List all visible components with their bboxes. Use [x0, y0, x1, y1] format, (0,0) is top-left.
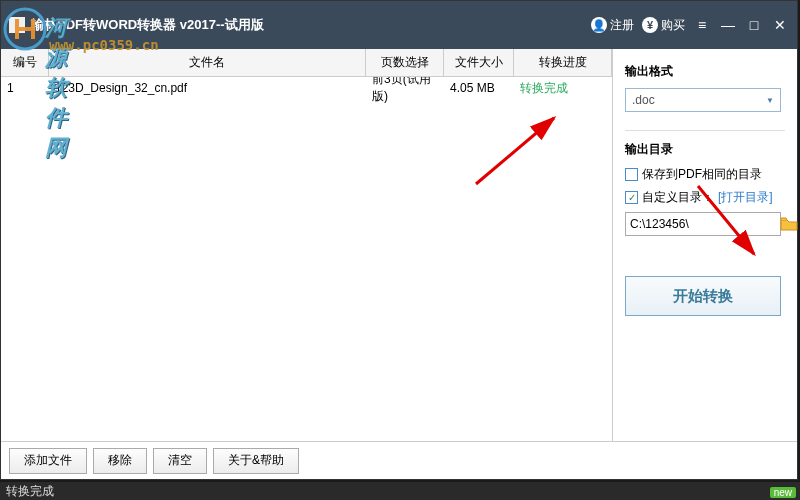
bottom-toolbar: 添加文件 移除 清空 关于&帮助: [1, 441, 797, 479]
minimize-button[interactable]: —: [719, 16, 737, 34]
maximize-button[interactable]: □: [745, 16, 763, 34]
path-input[interactable]: [630, 217, 780, 231]
open-dir-link[interactable]: [打开目录]: [718, 189, 773, 206]
remove-button[interactable]: 移除: [93, 448, 147, 474]
yen-icon: ¥: [642, 17, 658, 33]
col-size[interactable]: 文件大小: [444, 49, 514, 76]
status-text: 转换完成: [6, 483, 54, 500]
same-dir-checkbox-row[interactable]: 保存到PDF相同的目录: [625, 166, 785, 183]
close-button[interactable]: ✕: [771, 16, 789, 34]
table-header: 编号 文件名 页数选择 文件大小 转换进度: [1, 49, 612, 77]
custom-dir-checkbox-row[interactable]: ✓ 自定义目录： [打开目录]: [625, 189, 785, 206]
col-pages[interactable]: 页数选择: [366, 49, 444, 76]
cell-filename: 123D_Design_32_cn.pdf: [49, 81, 366, 95]
format-select[interactable]: .doc: [625, 88, 781, 112]
buy-button[interactable]: ¥ 购买: [642, 17, 685, 34]
settings-panel: 输出格式 .doc 输出目录 保存到PDF相同的目录 ✓ 自定义目录： [打开目…: [613, 49, 797, 441]
col-progress[interactable]: 转换进度: [514, 49, 612, 76]
folder-icon[interactable]: [780, 217, 798, 231]
add-file-button[interactable]: 添加文件: [9, 448, 87, 474]
cell-pages: 前3页(试用版): [366, 77, 444, 105]
table-body: 1 123D_Design_32_cn.pdf 前3页(试用版) 4.05 MB…: [1, 77, 612, 441]
statusbar: 转换完成 new: [0, 482, 800, 500]
clear-button[interactable]: 清空: [153, 448, 207, 474]
settings-button[interactable]: ≡: [693, 16, 711, 34]
app-window: 输林PDF转WORD转换器 v2017--试用版 👤 注册 ¥ 购买 ≡ — □…: [0, 0, 798, 480]
checkbox-checked-icon: ✓: [625, 191, 638, 204]
cell-progress: 转换完成: [514, 80, 612, 97]
file-list-panel: 编号 文件名 页数选择 文件大小 转换进度 1 123D_Design_32_c…: [1, 49, 613, 441]
cell-num: 1: [1, 81, 49, 95]
window-title: 输林PDF转WORD转换器 v2017--试用版: [31, 16, 264, 34]
same-dir-label: 保存到PDF相同的目录: [642, 166, 762, 183]
new-badge: new: [770, 487, 796, 498]
col-num[interactable]: 编号: [1, 49, 49, 76]
table-row[interactable]: 1 123D_Design_32_cn.pdf 前3页(试用版) 4.05 MB…: [1, 77, 612, 99]
titlebar: 输林PDF转WORD转换器 v2017--试用版 👤 注册 ¥ 购买 ≡ — □…: [1, 1, 797, 49]
col-filename[interactable]: 文件名: [49, 49, 366, 76]
cell-size: 4.05 MB: [444, 81, 514, 95]
checkbox-icon: [625, 168, 638, 181]
path-input-wrapper: [625, 212, 781, 236]
divider: [625, 130, 785, 131]
output-dir-title: 输出目录: [625, 141, 785, 158]
about-button[interactable]: 关于&帮助: [213, 448, 299, 474]
user-icon: 👤: [591, 17, 607, 33]
custom-dir-label: 自定义目录：: [642, 189, 714, 206]
start-convert-button[interactable]: 开始转换: [625, 276, 781, 316]
register-button[interactable]: 👤 注册: [591, 17, 634, 34]
output-format-title: 输出格式: [625, 63, 785, 80]
app-icon: [9, 17, 25, 33]
